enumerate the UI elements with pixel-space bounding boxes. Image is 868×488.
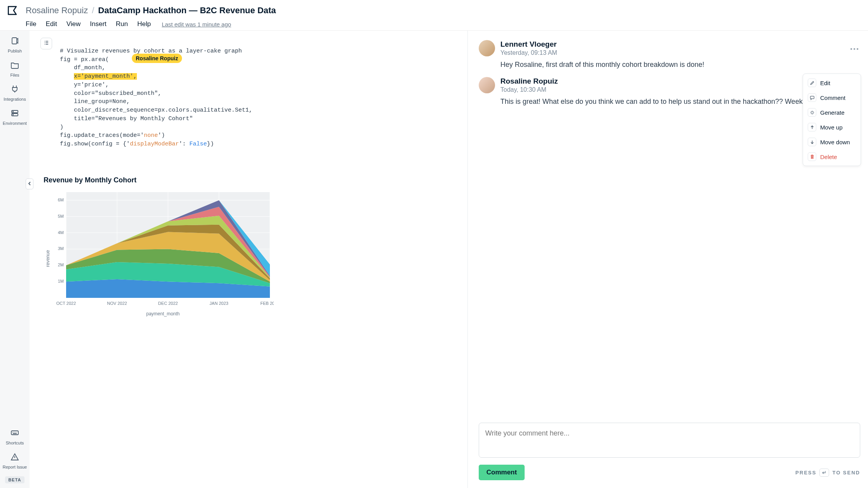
code-line: fig.show(config = {'displayModeBar': Fal… <box>60 141 214 147</box>
beta-badge: BETA <box>5 476 24 483</box>
ctx-label: Move up <box>820 124 843 131</box>
header: Rosaline Ropuiz / DataCamp Hackathon — B… <box>0 0 868 31</box>
ctx-label: Generate <box>820 109 845 116</box>
svg-rect-0 <box>12 38 17 44</box>
svg-point-29 <box>850 48 852 50</box>
logo-icon <box>7 4 20 17</box>
breadcrumb: Rosaline Ropuiz / DataCamp Hackathon — B… <box>26 5 276 16</box>
chart-ylabel: revenue <box>44 238 52 267</box>
code-line: color="subscribed_month", <box>60 90 161 97</box>
arrow-up-icon <box>808 123 816 131</box>
area-chart[interactable]: 1M2M3M4M5M6MOCT 2022NOV 2022DEC 2022JAN … <box>52 188 274 309</box>
comment-item: Lennert Vloeger Yesterday, 09:13 AM Hey … <box>479 40 860 70</box>
svg-text:6M: 6M <box>58 198 64 202</box>
comment-body: Hey Rosaline, first draft of this monthl… <box>500 59 860 70</box>
leftbar-report[interactable]: Report Issue <box>3 452 27 469</box>
menu-insert[interactable]: Insert <box>90 20 107 28</box>
leftbar-files-label: Files <box>10 73 19 77</box>
leftbar-environment-label: Environment <box>3 121 27 126</box>
publish-icon <box>10 36 19 47</box>
menu-view[interactable]: View <box>66 20 81 28</box>
cursor-presence-tag: Rosaline Ropuiz <box>132 54 182 63</box>
sparkle-icon <box>808 108 816 117</box>
code-line: color_discrete_sequence=px.colors.qualit… <box>60 107 252 114</box>
keyboard-icon <box>10 428 19 439</box>
leftbar-shortcuts-label: Shortcuts <box>6 441 24 445</box>
svg-text:3M: 3M <box>58 247 64 251</box>
ctx-move-down[interactable]: Move down <box>805 135 859 149</box>
code-cell[interactable]: # Visualize revenues by cohort as a laye… <box>60 38 460 165</box>
toc-button[interactable] <box>40 38 52 49</box>
leftbar-environment[interactable]: Environment <box>3 108 27 126</box>
code-line: y='price', <box>60 82 109 88</box>
ctx-delete[interactable]: Delete <box>805 149 859 164</box>
svg-point-4 <box>13 114 14 115</box>
comment-time: Yesterday, 09:13 AM <box>500 49 557 56</box>
comment-submit-button[interactable]: Comment <box>479 465 525 480</box>
ctx-label: Comment <box>820 94 845 101</box>
ctx-label: Edit <box>820 80 830 86</box>
leftbar-integrations[interactable]: Integrations <box>4 84 26 101</box>
code-line: x='payment_month', <box>60 73 137 80</box>
svg-text:5M: 5M <box>58 214 64 219</box>
ctx-generate[interactable]: Generate <box>805 105 859 120</box>
ctx-move-up[interactable]: Move up <box>805 120 859 135</box>
menu-file[interactable]: File <box>26 20 36 28</box>
code-line: title="Revenues by Monthly Cohort" <box>60 115 193 122</box>
breadcrumb-separator: / <box>92 5 94 16</box>
comment-author: Rosaline Ropuiz <box>500 77 558 86</box>
leftbar: Publish Files Integrations Environment S… <box>0 31 30 488</box>
leftbar-publish[interactable]: Publish <box>8 36 22 53</box>
comment-author: Lennert Vloeger <box>500 40 557 49</box>
svg-text:JAN 2023: JAN 2023 <box>210 301 228 306</box>
menubar: File Edit View Insert Run Help Last edit… <box>26 20 861 28</box>
chart-output: Revenue by Monthly Cohort revenue 1M2M3M… <box>44 176 460 317</box>
leftbar-report-label: Report Issue <box>3 465 27 469</box>
svg-point-3 <box>13 111 14 112</box>
svg-rect-35 <box>810 96 814 99</box>
code-line: fig = px.area( <box>60 56 109 63</box>
server-icon <box>10 108 19 119</box>
comment-icon <box>808 93 816 102</box>
last-edit-link[interactable]: Last edit was 1 minute ago <box>162 21 231 28</box>
leftbar-publish-label: Publish <box>8 49 22 53</box>
leftbar-integrations-label: Integrations <box>4 97 26 101</box>
ctx-comment[interactable]: Comment <box>805 90 859 105</box>
svg-point-30 <box>854 48 855 50</box>
chart-xlabel: payment_month <box>52 311 274 317</box>
code-line: fig.update_traces(mode='none') <box>60 132 165 139</box>
avatar[interactable] <box>479 40 495 56</box>
comment-time: Today, 10:30 AM <box>500 86 558 93</box>
menu-edit[interactable]: Edit <box>46 20 57 28</box>
chart-title: Revenue by Monthly Cohort <box>44 176 460 184</box>
svg-text:FEB 2023: FEB 2023 <box>261 301 274 306</box>
warning-icon <box>10 452 19 463</box>
folder-icon <box>10 60 19 71</box>
leftbar-files[interactable]: Files <box>10 60 19 77</box>
ctx-edit[interactable]: Edit <box>805 75 859 90</box>
svg-point-31 <box>857 48 858 50</box>
breadcrumb-owner[interactable]: Rosaline Ropuiz <box>26 5 88 16</box>
svg-text:1M: 1M <box>58 279 64 283</box>
leftbar-shortcuts[interactable]: Shortcuts <box>6 428 24 445</box>
code-highlight: x='payment_month', <box>74 73 137 80</box>
comment-more-button[interactable] <box>849 43 860 53</box>
svg-text:OCT 2022: OCT 2022 <box>56 301 76 306</box>
menu-help[interactable]: Help <box>137 20 151 28</box>
page-title[interactable]: DataCamp Hackathon — B2C Revenue Data <box>98 5 276 16</box>
code-line: line_group=None, <box>60 98 130 105</box>
svg-text:4M: 4M <box>58 230 64 235</box>
avatar[interactable] <box>479 77 495 93</box>
context-menu: Edit Comment Generate Move up <box>803 73 861 166</box>
svg-text:2M: 2M <box>58 263 64 268</box>
code-line: ) <box>60 124 63 131</box>
svg-text:NOV 2022: NOV 2022 <box>107 301 127 306</box>
ctx-label: Move down <box>820 139 850 145</box>
list-icon <box>43 40 49 47</box>
ctx-label: Delete <box>820 154 837 160</box>
comment-input[interactable] <box>479 423 860 458</box>
menu-run[interactable]: Run <box>116 20 128 28</box>
svg-rect-5 <box>11 431 18 435</box>
pencil-icon <box>808 79 816 87</box>
trash-icon <box>808 152 816 161</box>
